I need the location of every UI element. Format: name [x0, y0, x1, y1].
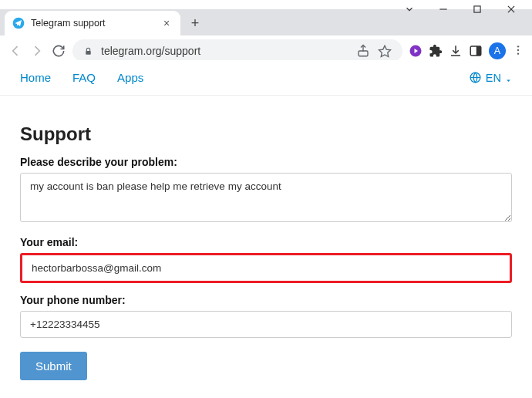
side-panel-icon[interactable] [469, 44, 483, 58]
tab-telegram-support[interactable]: Telegram support × [5, 11, 180, 35]
svg-point-15 [517, 49, 519, 50]
chevron-down-icon[interactable] [404, 4, 415, 15]
profile-avatar[interactable]: A [489, 42, 506, 59]
extension-play-icon[interactable] [409, 44, 423, 58]
tab-close-icon[interactable]: × [160, 17, 173, 29]
nav-link-home[interactable]: Home [20, 71, 51, 84]
submit-button[interactable]: Submit [20, 352, 87, 380]
bookmark-star-icon[interactable] [378, 44, 392, 58]
svg-rect-5 [86, 51, 91, 55]
maximize-icon[interactable] [472, 4, 483, 15]
content: Support Please describe your problem: Yo… [0, 96, 532, 398]
viewport: Home FAQ Apps EN Support Please describe… [0, 60, 532, 398]
problem-textarea[interactable] [20, 173, 512, 222]
close-window-icon[interactable] [506, 4, 517, 15]
svg-rect-13 [477, 46, 481, 56]
language-label: EN [486, 72, 501, 84]
extensions-puzzle-icon[interactable] [429, 44, 443, 58]
new-tab-button[interactable]: + [185, 13, 205, 33]
address-bar[interactable]: telegram.org/support [72, 39, 402, 62]
downloads-icon[interactable] [449, 44, 463, 58]
problem-label: Please describe your problem: [20, 156, 512, 168]
svg-point-14 [517, 46, 519, 47]
phone-field[interactable] [20, 311, 512, 338]
tab-title: Telegram support [31, 18, 154, 29]
share-icon[interactable] [356, 44, 370, 58]
nav-link-apps[interactable]: Apps [117, 71, 143, 84]
forward-button[interactable] [29, 43, 45, 59]
svg-rect-6 [359, 51, 368, 56]
svg-marker-19 [507, 79, 510, 82]
tab-strip: Telegram support × + [0, 9, 532, 35]
globe-icon [469, 71, 482, 84]
lock-icon [83, 46, 93, 56]
profile-initial: A [494, 46, 500, 56]
page-title: Support [20, 123, 512, 145]
email-field[interactable] [20, 253, 512, 283]
kebab-menu-icon[interactable] [512, 44, 524, 58]
email-label: Your email: [20, 236, 512, 248]
url-text: telegram.org/support [101, 45, 348, 57]
minimize-icon[interactable] [438, 4, 449, 15]
language-picker[interactable]: EN [469, 71, 512, 84]
phone-label: Your phone number: [20, 294, 512, 306]
telegram-favicon-icon [12, 17, 25, 29]
site-nav: Home FAQ Apps EN [0, 60, 532, 96]
caret-down-icon [505, 74, 512, 81]
back-button[interactable] [8, 43, 23, 59]
nav-link-faq[interactable]: FAQ [72, 71, 96, 84]
svg-marker-7 [379, 46, 391, 56]
svg-point-16 [517, 52, 519, 54]
reload-button[interactable] [51, 43, 66, 59]
svg-rect-1 [474, 6, 480, 12]
